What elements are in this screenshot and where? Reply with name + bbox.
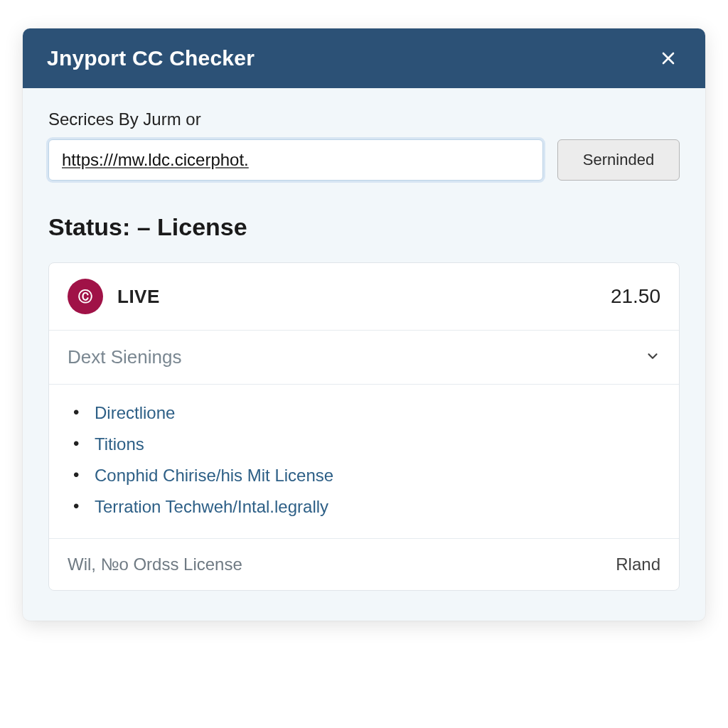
url-field-label: Secrices By Jurm or [48,109,680,129]
close-button[interactable] [655,46,681,71]
section-header-row[interactable]: Dext Sienings [49,331,679,385]
modal-title: Jnyport CC Checker [47,46,255,70]
list-item: Titions [79,429,660,460]
license-link[interactable]: Conphid Chirise/his Mit License [95,466,333,485]
footer-right-text: Rland [616,555,660,574]
live-row: Ⓒ LIVE 21.50 [49,263,679,331]
close-icon [660,50,677,67]
list-item: Conphid Chirise/his Mit License [79,460,660,491]
footer-status-text: Wil, №o Ordss License [68,555,242,574]
url-input-row: Serninded [48,139,680,181]
list-item: Directlione [79,397,660,429]
license-link[interactable]: Directlione [95,403,175,422]
modal-header: Jnyport CC Checker [23,28,705,88]
url-input[interactable] [48,139,543,181]
modal-body: Secrices By Jurm or Serninded Status: – … [23,88,705,621]
cc-badge-icon: Ⓒ [68,279,103,314]
license-link-list: Directlione Titions Conphid Chirise/his … [49,385,679,539]
cc-badge-glyph: Ⓒ [78,287,92,306]
license-link[interactable]: Terration Techweh/Intal.legrally [95,497,328,516]
submit-button[interactable]: Serninded [557,139,680,181]
live-value: 21.50 [611,285,660,308]
status-heading: Status: – License [48,213,680,241]
chevron-down-icon [645,348,660,367]
license-checker-modal: Jnyport CC Checker Secrices By Jurm or S… [23,28,705,621]
section-title: Dext Sienings [68,346,645,368]
license-link[interactable]: Titions [95,434,144,454]
result-card: Ⓒ LIVE 21.50 Dext Sienings Directlione T… [48,262,680,591]
card-footer: Wil, №o Ordss License Rland [49,539,679,590]
list-item: Terration Techweh/Intal.legrally [79,491,660,523]
live-label: LIVE [117,286,160,308]
